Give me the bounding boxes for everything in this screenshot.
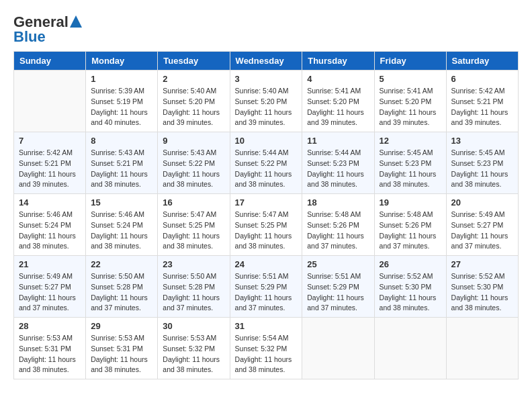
day-number: 17 bbox=[235, 197, 298, 208]
calendar-cell: 22Sunrise: 5:50 AMSunset: 5:28 PMDayligh… bbox=[86, 256, 158, 318]
day-number: 2 bbox=[163, 74, 224, 84]
logo-icon bbox=[70, 15, 82, 29]
calendar-cell: 18Sunrise: 5:48 AMSunset: 5:26 PMDayligh… bbox=[302, 194, 374, 256]
calendar-cell: 5Sunrise: 5:41 AMSunset: 5:20 PMDaylight… bbox=[374, 71, 446, 132]
calendar-cell: 6Sunrise: 5:42 AMSunset: 5:21 PMDaylight… bbox=[446, 71, 518, 132]
day-number: 12 bbox=[380, 136, 441, 146]
day-info: Sunrise: 5:51 AMSunset: 5:29 PMDaylight:… bbox=[235, 271, 298, 314]
header-wednesday: Wednesday bbox=[230, 52, 302, 71]
day-number: 21 bbox=[19, 259, 81, 269]
day-number: 14 bbox=[19, 197, 81, 208]
calendar-cell: 12Sunrise: 5:45 AMSunset: 5:23 PMDayligh… bbox=[374, 132, 446, 194]
day-info: Sunrise: 5:54 AMSunset: 5:32 PMDaylight:… bbox=[235, 333, 298, 375]
day-info: Sunrise: 5:53 AMSunset: 5:32 PMDaylight:… bbox=[163, 333, 224, 375]
day-number: 25 bbox=[307, 259, 369, 269]
day-info: Sunrise: 5:39 AMSunset: 5:19 PMDaylight:… bbox=[91, 86, 152, 128]
day-info: Sunrise: 5:47 AMSunset: 5:25 PMDaylight:… bbox=[163, 210, 224, 252]
calendar-cell: 29Sunrise: 5:53 AMSunset: 5:31 PMDayligh… bbox=[86, 318, 158, 379]
header-monday: Monday bbox=[86, 52, 158, 71]
calendar-cell: 9Sunrise: 5:43 AMSunset: 5:22 PMDaylight… bbox=[158, 132, 230, 194]
day-number: 11 bbox=[307, 136, 369, 146]
day-number: 18 bbox=[307, 197, 369, 208]
day-info: Sunrise: 5:41 AMSunset: 5:20 PMDaylight:… bbox=[380, 86, 441, 128]
day-number: 23 bbox=[163, 259, 224, 269]
logo-blue: Blue bbox=[13, 28, 46, 46]
header-friday: Friday bbox=[374, 52, 446, 71]
day-number: 26 bbox=[380, 259, 441, 269]
calendar-cell: 21Sunrise: 5:49 AMSunset: 5:27 PMDayligh… bbox=[14, 256, 86, 318]
calendar-cell: 2Sunrise: 5:40 AMSunset: 5:20 PMDaylight… bbox=[158, 71, 230, 132]
day-info: Sunrise: 5:46 AMSunset: 5:24 PMDaylight:… bbox=[19, 210, 81, 252]
day-number: 22 bbox=[91, 259, 152, 269]
calendar-cell: 13Sunrise: 5:45 AMSunset: 5:23 PMDayligh… bbox=[446, 132, 518, 194]
day-info: Sunrise: 5:47 AMSunset: 5:25 PMDaylight:… bbox=[235, 210, 298, 252]
calendar-cell: 27Sunrise: 5:52 AMSunset: 5:30 PMDayligh… bbox=[446, 256, 518, 318]
day-number: 24 bbox=[235, 259, 298, 269]
calendar-cell: 20Sunrise: 5:49 AMSunset: 5:27 PMDayligh… bbox=[446, 194, 518, 256]
calendar-header-row: SundayMondayTuesdayWednesdayThursdayFrid… bbox=[14, 52, 519, 71]
header-sunday: Sunday bbox=[14, 52, 86, 71]
day-number: 10 bbox=[235, 136, 298, 146]
day-number: 7 bbox=[19, 136, 81, 146]
day-number: 3 bbox=[235, 74, 298, 84]
day-info: Sunrise: 5:52 AMSunset: 5:30 PMDaylight:… bbox=[380, 271, 441, 314]
calendar-cell: 3Sunrise: 5:40 AMSunset: 5:20 PMDaylight… bbox=[230, 71, 302, 132]
day-number: 13 bbox=[451, 136, 513, 146]
calendar-cell: 19Sunrise: 5:48 AMSunset: 5:26 PMDayligh… bbox=[374, 194, 446, 256]
day-info: Sunrise: 5:50 AMSunset: 5:28 PMDaylight:… bbox=[91, 271, 152, 314]
day-number: 19 bbox=[380, 197, 441, 208]
day-number: 27 bbox=[451, 259, 513, 269]
day-number: 30 bbox=[163, 321, 224, 331]
day-info: Sunrise: 5:40 AMSunset: 5:20 PMDaylight:… bbox=[163, 86, 224, 128]
day-info: Sunrise: 5:49 AMSunset: 5:27 PMDaylight:… bbox=[451, 210, 513, 252]
day-info: Sunrise: 5:48 AMSunset: 5:26 PMDaylight:… bbox=[380, 210, 441, 252]
header: General Blue bbox=[13, 13, 519, 46]
week-row-4: 21Sunrise: 5:49 AMSunset: 5:27 PMDayligh… bbox=[14, 256, 519, 318]
day-info: Sunrise: 5:53 AMSunset: 5:31 PMDaylight:… bbox=[19, 333, 81, 375]
header-tuesday: Tuesday bbox=[158, 52, 230, 71]
day-number: 4 bbox=[307, 74, 369, 84]
day-info: Sunrise: 5:41 AMSunset: 5:20 PMDaylight:… bbox=[307, 86, 369, 128]
calendar-cell: 4Sunrise: 5:41 AMSunset: 5:20 PMDaylight… bbox=[302, 71, 374, 132]
day-info: Sunrise: 5:43 AMSunset: 5:21 PMDaylight:… bbox=[91, 148, 152, 190]
calendar-cell: 25Sunrise: 5:51 AMSunset: 5:29 PMDayligh… bbox=[302, 256, 374, 318]
day-info: Sunrise: 5:40 AMSunset: 5:20 PMDaylight:… bbox=[235, 86, 298, 128]
day-number: 31 bbox=[235, 321, 298, 331]
calendar-cell: 31Sunrise: 5:54 AMSunset: 5:32 PMDayligh… bbox=[230, 318, 302, 379]
calendar-cell: 28Sunrise: 5:53 AMSunset: 5:31 PMDayligh… bbox=[14, 318, 86, 379]
week-row-1: 1Sunrise: 5:39 AMSunset: 5:19 PMDaylight… bbox=[14, 71, 519, 132]
calendar-cell: 26Sunrise: 5:52 AMSunset: 5:30 PMDayligh… bbox=[374, 256, 446, 318]
day-info: Sunrise: 5:45 AMSunset: 5:23 PMDaylight:… bbox=[380, 148, 441, 190]
day-info: Sunrise: 5:46 AMSunset: 5:24 PMDaylight:… bbox=[91, 210, 152, 252]
calendar-cell: 11Sunrise: 5:44 AMSunset: 5:23 PMDayligh… bbox=[302, 132, 374, 194]
day-number: 28 bbox=[19, 321, 81, 331]
day-number: 29 bbox=[91, 321, 152, 331]
calendar-cell bbox=[14, 71, 86, 132]
week-row-3: 14Sunrise: 5:46 AMSunset: 5:24 PMDayligh… bbox=[14, 194, 519, 256]
calendar-cell bbox=[302, 318, 374, 379]
day-number: 6 bbox=[451, 74, 513, 84]
day-number: 20 bbox=[451, 197, 513, 208]
calendar-cell: 14Sunrise: 5:46 AMSunset: 5:24 PMDayligh… bbox=[14, 194, 86, 256]
calendar-cell bbox=[446, 318, 518, 379]
calendar: SundayMondayTuesdayWednesdayThursdayFrid… bbox=[13, 51, 519, 379]
header-thursday: Thursday bbox=[302, 52, 374, 71]
day-number: 8 bbox=[91, 136, 152, 146]
day-info: Sunrise: 5:48 AMSunset: 5:26 PMDaylight:… bbox=[307, 210, 369, 252]
calendar-cell: 7Sunrise: 5:42 AMSunset: 5:21 PMDaylight… bbox=[14, 132, 86, 194]
day-info: Sunrise: 5:44 AMSunset: 5:23 PMDaylight:… bbox=[307, 148, 369, 190]
header-saturday: Saturday bbox=[446, 52, 518, 71]
day-info: Sunrise: 5:44 AMSunset: 5:22 PMDaylight:… bbox=[235, 148, 298, 190]
day-number: 1 bbox=[91, 74, 152, 84]
calendar-cell: 30Sunrise: 5:53 AMSunset: 5:32 PMDayligh… bbox=[158, 318, 230, 379]
day-number: 5 bbox=[380, 74, 441, 84]
day-info: Sunrise: 5:49 AMSunset: 5:27 PMDaylight:… bbox=[19, 271, 81, 314]
day-info: Sunrise: 5:42 AMSunset: 5:21 PMDaylight:… bbox=[451, 86, 513, 128]
day-info: Sunrise: 5:51 AMSunset: 5:29 PMDaylight:… bbox=[307, 271, 369, 314]
calendar-cell: 15Sunrise: 5:46 AMSunset: 5:24 PMDayligh… bbox=[86, 194, 158, 256]
day-info: Sunrise: 5:50 AMSunset: 5:28 PMDaylight:… bbox=[163, 271, 224, 314]
calendar-cell: 23Sunrise: 5:50 AMSunset: 5:28 PMDayligh… bbox=[158, 256, 230, 318]
day-info: Sunrise: 5:43 AMSunset: 5:22 PMDaylight:… bbox=[163, 148, 224, 190]
day-info: Sunrise: 5:53 AMSunset: 5:31 PMDaylight:… bbox=[91, 333, 152, 375]
calendar-cell: 8Sunrise: 5:43 AMSunset: 5:21 PMDaylight… bbox=[86, 132, 158, 194]
